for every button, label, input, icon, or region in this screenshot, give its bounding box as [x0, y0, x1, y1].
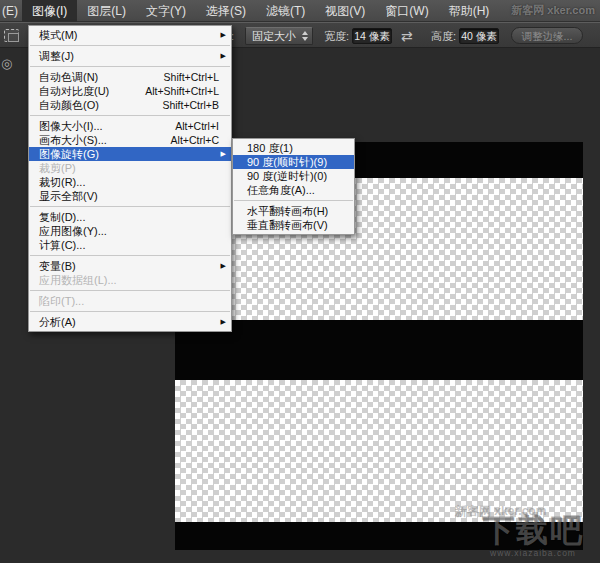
image-menu-item[interactable]: 图像大小(I)...Alt+Ctrl+I	[29, 119, 231, 133]
image-menu-item[interactable]: 自动对比度(U)Alt+Shift+Ctrl+L	[29, 84, 231, 98]
image-menu-item-label: 图像大小(I)...	[39, 119, 103, 133]
image-menu-separator	[30, 255, 230, 256]
image-menu-item-label: 自动对比度(U)	[39, 84, 109, 98]
image-menu-item[interactable]: 分析(A)▶	[29, 315, 231, 329]
submenu-arrow-icon: ▶	[221, 147, 226, 161]
photoshop-window: { "menu_bar": { "partial_item": "(E)", "…	[0, 0, 600, 563]
rotate-submenu-item-label: 垂直翻转画布(V)	[247, 218, 328, 232]
image-menu-item-label: 自动色调(N)	[39, 70, 98, 84]
image-menu-item[interactable]: 变量(B)▶	[29, 259, 231, 273]
submenu-arrow-icon: ▶	[221, 315, 226, 329]
image-menu-item-label: 变量(B)	[39, 259, 76, 273]
image-menu-item-label: 计算(C)...	[39, 238, 85, 252]
watermark-logo: 下载吧	[468, 514, 598, 546]
image-menu-item[interactable]: 自动颜色(O)Shift+Ctrl+B	[29, 98, 231, 112]
image-menu-item-shortcut: Alt+Ctrl+I	[175, 119, 219, 133]
rotate-submenu-item[interactable]: 90 度(顺时针)(9)	[233, 155, 354, 169]
canvas-band-black	[175, 320, 583, 380]
image-menu-item-label: 陷印(T)...	[39, 294, 84, 308]
menubar-item[interactable]: 窗口(W)	[375, 0, 438, 22]
menubar-item[interactable]: 视图(V)	[315, 0, 375, 22]
menu-bar: (E) 图像(I)图层(L)文字(Y)选择(S)滤镜(T)视图(V)窗口(W)帮…	[0, 0, 600, 22]
watermark-url: www.xiazaiba.com	[468, 549, 598, 558]
image-menu-item-shortcut: Alt+Shift+Ctrl+L	[145, 84, 219, 98]
image-menu-item-label: 显示全部(V)	[39, 189, 98, 203]
image-menu-separator	[30, 45, 230, 46]
rotate-submenu-item-label: 任意角度(A)...	[247, 183, 315, 197]
image-menu-separator	[30, 115, 230, 116]
image-menu-item: 裁剪(P)	[29, 161, 231, 175]
image-menu-item-label: 裁切(R)...	[39, 175, 85, 189]
size-mode-value: 固定大小	[252, 29, 296, 44]
image-menu-separator	[30, 66, 230, 67]
image-menu-item-label: 裁剪(P)	[39, 161, 76, 175]
image-menu-item[interactable]: 计算(C)...	[29, 238, 231, 252]
image-menu-item[interactable]: 画布大小(S)...Alt+Ctrl+C	[29, 133, 231, 147]
menubar-items: 图像(I)图层(L)文字(Y)选择(S)滤镜(T)视图(V)窗口(W)帮助(H)	[22, 0, 499, 22]
image-menu-item-label: 自动颜色(O)	[39, 98, 99, 112]
rotate-submenu-separator	[234, 200, 353, 201]
submenu-arrow-icon: ▶	[221, 28, 226, 42]
menubar-item[interactable]: 图像(I)	[22, 0, 77, 22]
rotate-submenu-item-label: 90 度(逆时针)(0)	[247, 169, 327, 183]
rotate-submenu-item[interactable]: 90 度(逆时针)(0)	[233, 169, 354, 183]
image-menu-item-label: 应用数据组(L)...	[39, 273, 117, 287]
image-menu-item-label: 复制(D)...	[39, 210, 85, 224]
image-menu-separator	[30, 290, 230, 291]
image-menu-separator	[30, 206, 230, 207]
menubar-item[interactable]: 滤镜(T)	[256, 0, 315, 22]
rotate-submenu-item[interactable]: 180 度(1)	[233, 141, 354, 155]
dropdown-arrows-icon	[302, 31, 308, 41]
image-menu-item[interactable]: 模式(M)▶	[29, 28, 231, 42]
submenu-arrow-icon: ▶	[221, 49, 226, 63]
size-mode-dropdown[interactable]: 固定大小	[245, 27, 313, 45]
image-menu-item-shortcut: Shift+Ctrl+L	[164, 70, 219, 84]
image-menu-item[interactable]: 自动色调(N)Shift+Ctrl+L	[29, 70, 231, 84]
image-menu-item: 应用数据组(L)...	[29, 273, 231, 287]
image-menu-item[interactable]: 显示全部(V)	[29, 189, 231, 203]
width-input[interactable]: 14 像素	[352, 28, 392, 44]
rotate-submenu-item[interactable]: 任意角度(A)...	[233, 183, 354, 197]
height-input[interactable]: 40 像素	[459, 28, 499, 44]
menubar-item-edit-partial[interactable]: (E)	[0, 0, 22, 22]
site-watermark-top: 新客网 xker.com	[511, 3, 595, 18]
rotate-submenu-item[interactable]: 水平翻转画布(H)	[233, 204, 354, 218]
image-menu-item-label: 图像旋转(G)	[39, 147, 99, 161]
image-menu-item[interactable]: 复制(D)...	[29, 210, 231, 224]
rotate-submenu-item[interactable]: 垂直翻转画布(V)	[233, 218, 354, 232]
image-menu-item[interactable]: 裁切(R)...	[29, 175, 231, 189]
image-menu-item-label: 调整(J)	[39, 49, 74, 63]
rotate-submenu-item-label: 180 度(1)	[247, 141, 293, 155]
image-menu-item-label: 画布大小(S)...	[39, 133, 107, 147]
image-menu-item[interactable]: 应用图像(Y)...	[29, 224, 231, 238]
image-menu-item-label: 模式(M)	[39, 28, 78, 42]
rotate-submenu-item-label: 90 度(顺时针)(9)	[247, 155, 327, 169]
image-menu-item-shortcut: Shift+Ctrl+B	[162, 98, 219, 112]
site-watermark-bottom: 下载吧 www.xiazaiba.com	[468, 514, 598, 558]
image-menu-item-label: 分析(A)	[39, 315, 76, 329]
submenu-arrow-icon: ▶	[221, 259, 226, 273]
menubar-item[interactable]: 选择(S)	[196, 0, 256, 22]
menubar-item[interactable]: 文字(Y)	[136, 0, 196, 22]
width-label: 宽度:	[324, 23, 349, 49]
image-menu-item: 陷印(T)...	[29, 294, 231, 308]
height-label: 高度:	[431, 23, 456, 49]
canvas-band-transparent	[175, 380, 583, 522]
image-menu-dropdown: 模式(M)▶调整(J)▶自动色调(N)Shift+Ctrl+L自动对比度(U)A…	[28, 25, 232, 332]
swap-width-height-icon[interactable]: ⇄	[401, 23, 413, 49]
image-menu-item-label: 应用图像(Y)...	[39, 224, 107, 238]
image-menu-item[interactable]: 图像旋转(G)▶	[29, 147, 231, 161]
menubar-item[interactable]: 图层(L)	[77, 0, 136, 22]
image-menu-item[interactable]: 调整(J)▶	[29, 49, 231, 63]
image-menu-separator	[30, 311, 230, 312]
refine-edge-button: 调整边缘...	[511, 27, 583, 44]
image-rotation-submenu: 180 度(1)90 度(顺时针)(9)90 度(逆时针)(0)任意角度(A).…	[232, 138, 355, 235]
rotate-submenu-item-label: 水平翻转画布(H)	[247, 204, 328, 218]
menubar-item[interactable]: 帮助(H)	[439, 0, 500, 22]
image-menu-item-shortcut: Alt+Ctrl+C	[171, 133, 219, 147]
tool-preset-icon[interactable]	[4, 29, 19, 42]
toolbox-circle-icon[interactable]: ◎	[1, 56, 12, 71]
